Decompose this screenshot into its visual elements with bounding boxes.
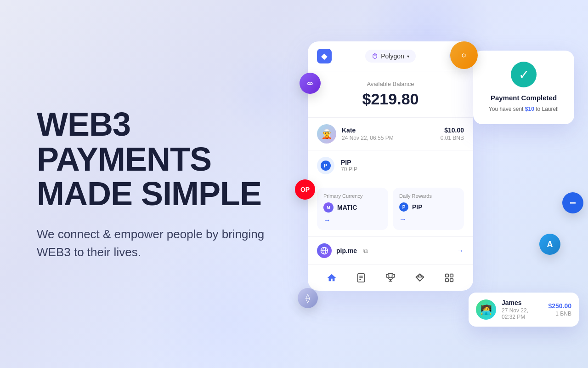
matic-name: MATIC: [337, 204, 357, 211]
network-name: Polygon: [381, 52, 404, 60]
wallet-header: ◆ Polygon ▾: [308, 41, 473, 71]
info-cards: Primary Currency M MATIC → Daily Rewards…: [308, 181, 473, 236]
polygon-network-icon: [372, 53, 378, 59]
main-title: WEB3 PAYMENTS MADE SIMPLE: [37, 107, 266, 212]
arbitrum-coin-icon: A: [539, 234, 560, 255]
nav-home-icon[interactable]: [325, 271, 338, 284]
kate-transaction-row[interactable]: 🧝 Kate 24 Nov 22, 06:55 PM $10.00 0.01 B…: [308, 117, 473, 150]
pip-logo: P: [321, 161, 331, 171]
pip-token-icon: P: [317, 157, 334, 174]
pip-section[interactable]: P PIP 70 PIP: [308, 150, 473, 181]
pip-name: PIP: [341, 159, 357, 166]
pip-info: PIP 70 PIP: [341, 159, 357, 172]
bottom-nav: [308, 264, 473, 291]
ethereum-coin-icon: ⟠: [298, 288, 318, 308]
balance-section: Available Balance $219.80: [308, 71, 473, 117]
pipme-icon: [317, 243, 332, 258]
document-svg: [356, 273, 366, 283]
svg-rect-7: [446, 274, 448, 277]
james-avatar: 🧑‍💻: [476, 299, 496, 320]
network-selector[interactable]: Polygon ▾: [365, 50, 416, 63]
primary-currency-arrow: →: [323, 216, 382, 224]
kate-crypto: 0.01 BNB: [441, 135, 464, 141]
payment-desc-prefix: You have sent: [489, 106, 525, 112]
pip-rewards-name: PIP: [412, 203, 423, 211]
wallet-logo: ◆: [317, 49, 332, 63]
nav-document-icon[interactable]: [355, 271, 368, 284]
james-tx-info: James 27 Nov 22, 02:32 PM: [502, 299, 543, 320]
pip-rewards-icon: P: [399, 202, 408, 212]
home-svg: [327, 273, 337, 283]
svg-rect-9: [446, 279, 448, 282]
logo-symbol: ◆: [321, 51, 328, 61]
james-transaction-card: 🧑‍💻 James 27 Nov 22, 02:32 PM $250.00 1 …: [469, 293, 579, 327]
polygon-coin-icon: ∞: [300, 73, 321, 94]
bnb-coin-icon: ⬡: [450, 41, 478, 69]
hero-section: WEB3 PAYMENTS MADE SIMPLE We connect & e…: [37, 107, 266, 261]
diamond-svg: [415, 273, 425, 283]
nav-settings-icon[interactable]: [443, 271, 456, 284]
james-crypto: 1 BNB: [548, 310, 571, 317]
wallet-card: ◆ Polygon ▾ Available Balance $219.80: [308, 41, 473, 291]
svg-rect-10: [450, 279, 453, 282]
pipme-url: pip.me: [336, 247, 357, 254]
daily-rewards-arrow: →: [399, 215, 458, 224]
primary-currency-label: Primary Currency: [323, 193, 382, 199]
kate-date: 24 Nov 22, 06:55 PM: [342, 135, 435, 141]
ui-mockup: ⬡ ∞ OP − A ⟠ ◆ Polygon ▾: [266, 0, 588, 368]
trophy-svg: [385, 273, 396, 283]
balance-amount: $219.80: [317, 90, 464, 108]
chevron-down-icon: ▾: [407, 54, 409, 59]
james-date: 27 Nov 22, 02:32 PM: [502, 307, 543, 320]
matic-icon: M: [323, 202, 334, 213]
balance-label: Available Balance: [317, 80, 464, 87]
kate-tx-info: Kate 24 Nov 22, 06:55 PM: [342, 126, 435, 141]
payment-desc-suffix: to Laurel!: [534, 106, 559, 112]
settings-svg: [444, 273, 454, 283]
james-name: James: [502, 299, 543, 306]
kate-usd: $10.00: [441, 126, 464, 134]
james-usd: $250.00: [548, 302, 571, 310]
checkmark-icon: ✓: [511, 62, 537, 87]
payment-description: You have sent $10 to Laurel!: [482, 105, 565, 113]
globe-icon: [320, 247, 328, 255]
primary-currency-content: M MATIC: [323, 202, 382, 213]
nav-trophy-icon[interactable]: [384, 271, 397, 284]
daily-rewards-label: Daily Rewards: [399, 193, 458, 199]
daily-rewards-content: P PIP: [399, 202, 458, 212]
svg-rect-8: [450, 274, 453, 277]
kate-amount: $10.00 0.01 BNB: [441, 126, 464, 141]
james-amount: $250.00 1 BNB: [548, 302, 571, 317]
copy-icon[interactable]: ⧉: [363, 247, 368, 255]
kate-name: Kate: [342, 126, 435, 134]
payment-amount: $10: [525, 106, 534, 112]
pipme-arrow: →: [457, 247, 464, 255]
nav-diamond-icon[interactable]: [413, 271, 426, 284]
op-coin-icon: OP: [295, 179, 315, 200]
payment-completed-title: Payment Completed: [482, 94, 565, 102]
pip-amount: 70 PIP: [341, 166, 357, 172]
daily-rewards-card[interactable]: Daily Rewards P PIP →: [393, 188, 464, 230]
hero-subtitle: We connect & empower people by bringing …: [37, 225, 266, 261]
pipme-row[interactable]: pip.me ⧉ →: [308, 236, 473, 264]
kate-avatar: 🧝: [317, 124, 336, 144]
payment-completed-card: ✓ Payment Completed You have sent $10 to…: [473, 51, 574, 124]
blue-minus-icon: −: [562, 192, 583, 213]
primary-currency-card[interactable]: Primary Currency M MATIC →: [317, 188, 388, 230]
